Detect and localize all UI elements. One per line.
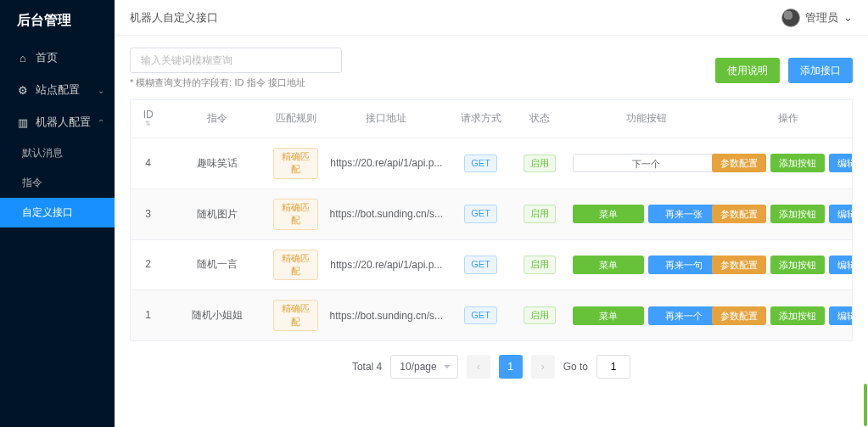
sidebar: 后台管理 ⌂ 首页 ⚙ 站点配置 ⌄ ▥ 机器人配置 ⌃ 默认消息 指令 自定义… — [0, 0, 115, 427]
method-tag: GET — [464, 155, 497, 172]
pagination: Total 4 10/page ‹ 1 › Go to — [130, 341, 853, 392]
topbar: 机器人自定义接口 管理员 ⌄ — [115, 0, 868, 36]
search-hint: * 模糊查询支持的字段有: ID 指令 接口地址 — [130, 76, 342, 89]
cell-url: https://bot.sunding.cn/s... — [323, 189, 449, 239]
chevron-down-icon: ⌄ — [843, 11, 853, 24]
scroll-indicator — [864, 384, 867, 426]
nav-home[interactable]: ⌂ 首页 — [0, 42, 115, 74]
op-add_btn-button[interactable]: 添加按钮 — [770, 306, 825, 325]
th-url: 接口地址 — [323, 100, 449, 138]
cell-url: https://bot.sunding.cn/s... — [323, 290, 449, 340]
pager-current[interactable]: 1 — [499, 355, 523, 379]
sub-default-message[interactable]: 默认消息 — [0, 138, 115, 168]
op-add_btn-button[interactable]: 添加按钮 — [770, 205, 825, 223]
nav-site-label: 站点配置 — [36, 82, 80, 98]
func-menu-button[interactable]: 菜单 — [573, 256, 644, 274]
cell-url: https://20.re/api/1/api.p... — [323, 138, 449, 188]
cell-id: 3 — [131, 189, 165, 239]
cell-method: GET — [449, 290, 512, 340]
func-menu-button[interactable]: 菜单 — [573, 205, 644, 223]
gear-icon: ⚙ — [17, 84, 29, 96]
cell-func: 菜单再来一句 — [568, 240, 725, 290]
cell-op: 参数配置添加按钮编辑 — [725, 290, 852, 340]
pager-goto-label: Go to — [563, 361, 588, 373]
table-row: 2随机一言精确匹配https://20.re/api/1/api.p...GET… — [131, 240, 852, 291]
cell-rule: 精确匹配 — [268, 189, 323, 239]
table-row: 4趣味笑话精确匹配https://20.re/api/1/api.p...GET… — [131, 138, 852, 189]
pager-total: Total 4 — [352, 361, 382, 373]
cell-command: 趣味笑话 — [165, 138, 267, 188]
op-param-button[interactable]: 参数配置 — [712, 306, 766, 325]
content: * 模糊查询支持的字段有: ID 指令 接口地址 使用说明 添加接口 ID ⇅ … — [115, 36, 868, 427]
op-param-button[interactable]: 参数配置 — [712, 205, 766, 223]
rule-tag: 精确匹配 — [273, 300, 318, 331]
cell-command: 随机小姐姐 — [165, 290, 267, 340]
op-edit-button[interactable]: 编辑 — [829, 256, 853, 274]
page-size-select[interactable]: 10/page — [390, 355, 457, 379]
cell-command: 随机一言 — [165, 240, 267, 290]
cell-method: GET — [449, 240, 512, 290]
pager-prev[interactable]: ‹ — [467, 355, 490, 379]
th-id[interactable]: ID ⇅ — [131, 100, 165, 138]
th-method: 请求方式 — [449, 100, 512, 138]
toolbar: * 模糊查询支持的字段有: ID 指令 接口地址 使用说明 添加接口 — [130, 48, 853, 89]
th-rule: 匹配规则 — [268, 100, 323, 138]
func-again_one-button[interactable]: 再来一张 — [648, 205, 720, 223]
nav-bot-config[interactable]: ▥ 机器人配置 ⌃ — [0, 106, 115, 138]
table-header: ID ⇅ 指令 匹配规则 接口地址 请求方式 状态 功能按钮 操作 — [131, 100, 852, 138]
rule-tag: 精确匹配 — [273, 199, 318, 230]
sub-command[interactable]: 指令 — [0, 168, 115, 198]
cell-rule: 精确匹配 — [268, 138, 323, 188]
pager-goto-input[interactable] — [596, 355, 630, 379]
cell-op: 参数配置添加按钮编辑 — [725, 138, 852, 188]
pager-next[interactable]: › — [531, 355, 555, 379]
nav-home-label: 首页 — [36, 50, 58, 65]
func-next_one_outline-button[interactable]: 下一个 — [573, 154, 720, 172]
method-tag: GET — [464, 205, 497, 222]
sub-custom-api[interactable]: 自定义接口 — [0, 198, 115, 228]
nav-site-config[interactable]: ⚙ 站点配置 ⌄ — [0, 74, 115, 106]
func-again_sen-button[interactable]: 再来一句 — [648, 256, 720, 274]
chevron-down-icon: ⌄ — [98, 86, 104, 95]
cell-rule: 精确匹配 — [268, 290, 323, 340]
table-row: 1随机小姐姐精确匹配https://bot.sunding.cn/s...GET… — [131, 290, 852, 340]
th-command: 指令 — [165, 100, 267, 138]
cell-status: 启用 — [512, 240, 568, 290]
home-icon: ⌂ — [17, 52, 29, 64]
cell-op: 参数配置添加按钮编辑 — [725, 240, 852, 290]
help-button[interactable]: 使用说明 — [715, 58, 780, 83]
cell-status: 启用 — [512, 189, 568, 239]
user-menu[interactable]: 管理员 ⌄ — [781, 8, 853, 27]
status-tag: 启用 — [524, 256, 556, 273]
op-add_btn-button[interactable]: 添加按钮 — [770, 256, 825, 274]
cell-status: 启用 — [512, 138, 568, 188]
func-menu-button[interactable]: 菜单 — [573, 306, 644, 325]
add-api-button[interactable]: 添加接口 — [788, 58, 853, 83]
cell-method: GET — [449, 189, 512, 239]
table-row: 3随机图片精确匹配https://bot.sunding.cn/s...GET启… — [131, 189, 852, 240]
op-param-button[interactable]: 参数配置 — [712, 154, 766, 172]
cell-id: 2 — [131, 240, 165, 290]
cell-id: 1 — [131, 290, 165, 340]
op-edit-button[interactable]: 编辑 — [829, 205, 853, 223]
user-name: 管理员 — [805, 10, 838, 25]
nav-bot-label: 机器人配置 — [36, 115, 91, 130]
search-input[interactable] — [130, 48, 342, 73]
func-again_ge-button[interactable]: 再来一个 — [648, 306, 720, 325]
cell-id: 4 — [131, 138, 165, 188]
th-status: 状态 — [512, 100, 568, 138]
breadcrumb: 机器人自定义接口 — [130, 10, 218, 25]
op-edit-button[interactable]: 编辑 — [829, 154, 853, 172]
op-add_btn-button[interactable]: 添加按钮 — [770, 154, 825, 172]
status-tag: 启用 — [524, 205, 556, 222]
chevron-up-icon: ⌃ — [98, 118, 104, 127]
method-tag: GET — [464, 306, 497, 324]
th-func: 功能按钮 — [568, 100, 725, 138]
op-edit-button[interactable]: 编辑 — [829, 306, 853, 325]
th-op: 操作 — [725, 100, 852, 138]
method-tag: GET — [464, 256, 497, 273]
sort-icon: ⇅ — [145, 121, 151, 128]
op-param-button[interactable]: 参数配置 — [712, 256, 766, 274]
cell-command: 随机图片 — [165, 189, 267, 239]
cell-method: GET — [449, 138, 512, 188]
